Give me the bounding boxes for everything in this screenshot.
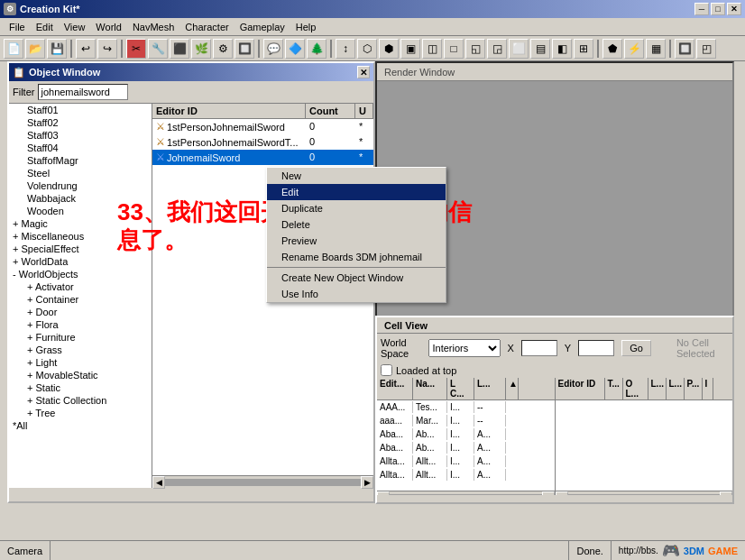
object-window-close[interactable]: ✕ <box>357 66 370 78</box>
cell-rth-l2[interactable]: L... <box>667 378 685 399</box>
toolbar-btn10[interactable]: ↕ <box>336 39 355 59</box>
scroll-track-h[interactable] <box>165 479 361 486</box>
toolbar-btn12[interactable]: ⬢ <box>379 39 399 59</box>
menu-character[interactable]: Character <box>179 20 234 34</box>
list-row-3[interactable]: ⚔ JohnemailSword 0 * <box>152 150 373 165</box>
toolbar-btn4[interactable]: 🌿 <box>191 39 211 59</box>
tree-item-light[interactable]: Light <box>9 356 152 369</box>
toolbar-btn13[interactable]: ▣ <box>400 39 420 59</box>
tree-item-grass[interactable]: Grass <box>9 344 152 356</box>
tree-item-staticcollection[interactable]: Static Collection <box>9 394 152 407</box>
cell-row-2[interactable]: aaa... Mar... I... -- <box>377 414 555 427</box>
ctx-duplicate[interactable]: Duplicate <box>267 200 446 216</box>
tree-item-furniture[interactable]: Furniture <box>9 331 152 344</box>
ctx-create-new[interactable]: Create New Object Window <box>267 270 446 286</box>
toolbar-btn5[interactable]: ⚙ <box>213 39 233 59</box>
ctx-delete[interactable]: Delete <box>267 216 446 233</box>
cell-row-3[interactable]: Aba... Ab... I... A... <box>377 427 555 441</box>
ctx-new[interactable]: New <box>267 168 446 184</box>
toolbar-btn16[interactable]: ◱ <box>465 39 485 59</box>
cell-row-1[interactable]: AAA... Tes... I... -- <box>377 400 555 414</box>
toolbar-redo[interactable]: ↪ <box>97 39 117 59</box>
cell-rth-ol[interactable]: O L... <box>623 378 648 399</box>
toolbar-btn9[interactable]: 🌲 <box>307 39 327 59</box>
cell-th-edit[interactable]: Edit... <box>377 378 413 399</box>
tree-item-steel[interactable]: Steel <box>9 167 152 179</box>
cell-left-scrollbar[interactable]: ◀ ▶ <box>377 491 555 495</box>
toolbar-btn19[interactable]: ▤ <box>530 39 550 59</box>
loaded-at-top-checkbox[interactable] <box>381 364 392 376</box>
world-space-select[interactable]: Interiors Tamriel <box>428 339 501 357</box>
ctx-rename[interactable]: Rename Boards 3DM johnemail <box>267 249 446 265</box>
filter-input[interactable] <box>38 84 128 100</box>
list-row-2[interactable]: ⚔ 1stPersonJohnemailSwordT... 0 * <box>152 134 373 150</box>
toolbar-save[interactable]: 💾 <box>47 39 67 59</box>
scroll-right[interactable]: ▶ <box>361 476 373 489</box>
tree-item-miscellaneous[interactable]: Miscellaneous <box>9 230 152 243</box>
tree-item-wabbajack[interactable]: Wabbajack <box>9 192 152 205</box>
minimize-button[interactable]: ─ <box>694 3 709 15</box>
toolbar-btn6[interactable]: 🔲 <box>235 39 254 59</box>
cell-scroll-left[interactable]: ◀ <box>377 491 390 496</box>
toolbar-new[interactable]: 📄 <box>4 39 23 59</box>
toolbar-btn7[interactable]: 💬 <box>263 39 283 59</box>
tree-item-movablestatic[interactable]: MovableStatic <box>9 369 152 381</box>
cell-row-5[interactable]: Allta... Allt... I... A... <box>377 454 555 468</box>
cell-row-4[interactable]: Aba... Ab... I... A... <box>377 441 555 454</box>
restore-button[interactable]: □ <box>711 3 725 15</box>
tree-item-worlddata[interactable]: WorldData <box>9 255 152 268</box>
tree-item-staff03[interactable]: Staff03 <box>9 129 152 142</box>
cell-scroll-track[interactable] <box>390 494 542 496</box>
cell-rscroll-track[interactable] <box>568 494 721 496</box>
toolbar-btn25[interactable]: 🔲 <box>675 39 694 59</box>
tree-item-door[interactable]: Door <box>9 306 152 318</box>
menu-world[interactable]: World <box>90 20 127 34</box>
tree-item-staff01[interactable]: Staff01 <box>9 104 152 116</box>
toolbar-btn15[interactable]: □ <box>444 39 464 59</box>
menu-gameplay[interactable]: Gameplay <box>235 20 290 34</box>
cell-rth-t[interactable]: T... <box>605 378 623 399</box>
cell-rth-i[interactable]: I <box>703 378 713 399</box>
tree-item-worldobjects[interactable]: WorldObjects <box>9 268 152 280</box>
scroll-left[interactable]: ◀ <box>152 476 165 489</box>
go-button[interactable]: Go <box>621 340 651 356</box>
toolbar-btn11[interactable]: ⬡ <box>357 39 377 59</box>
menu-help[interactable]: Help <box>290 20 322 34</box>
y-input[interactable] <box>578 340 614 356</box>
toolbar-btn2[interactable]: 🔧 <box>148 39 168 59</box>
menu-file[interactable]: File <box>4 20 31 34</box>
col-u[interactable]: U <box>355 104 373 118</box>
cell-row-6[interactable]: Allta... Allt... I... A... <box>377 468 555 482</box>
tree-item-tree[interactable]: Tree <box>9 407 152 419</box>
toolbar-btn14[interactable]: ◫ <box>422 39 442 59</box>
toolbar-cut[interactable]: ✂ <box>126 39 146 59</box>
toolbar-btn23[interactable]: ⚡ <box>624 39 644 59</box>
tree-item-wooden[interactable]: Wooden <box>9 205 152 217</box>
close-button[interactable]: ✕ <box>727 3 741 15</box>
tree-item-magic[interactable]: Magic <box>9 217 152 230</box>
toolbar-btn3[interactable]: ⬛ <box>170 39 189 59</box>
toolbar-undo[interactable]: ↩ <box>76 39 96 59</box>
cell-rth-l[interactable]: L... <box>648 378 667 399</box>
toolbar-btn20[interactable]: ◧ <box>552 39 572 59</box>
tree-item-flora[interactable]: Flora <box>9 318 152 331</box>
tree-item-container[interactable]: Container <box>9 293 152 306</box>
tree-item-staff04[interactable]: Staff04 <box>9 142 152 154</box>
tree-item-volendrung[interactable]: Volendrung <box>9 179 152 192</box>
tree-item-all[interactable]: *All <box>9 419 152 432</box>
tree-item-specialeffect[interactable]: SpecialEffect <box>9 243 152 255</box>
toolbar-btn8[interactable]: 🔷 <box>285 39 305 59</box>
cell-rscroll-left[interactable]: ◀ <box>556 491 568 496</box>
toolbar-btn26[interactable]: ◰ <box>696 39 716 59</box>
cell-rscroll-right[interactable]: ▶ <box>720 491 732 496</box>
cell-th-scroll[interactable]: ▲ <box>506 378 519 399</box>
list-scrollbar-h[interactable]: ◀ ▶ <box>152 475 373 488</box>
cell-rth-p[interactable]: P... <box>685 378 703 399</box>
cell-right-scrollbar[interactable]: ◀ ▶ <box>556 491 733 495</box>
cell-rth-editorid[interactable]: Editor ID <box>556 378 605 399</box>
tree-item-staff02[interactable]: Staff02 <box>9 116 152 129</box>
x-input[interactable] <box>521 340 557 356</box>
tree-item-staffofmagr[interactable]: StaffofMagr <box>9 154 152 167</box>
toolbar-btn24[interactable]: ▦ <box>646 39 666 59</box>
cell-th-lc[interactable]: L C... <box>447 378 474 399</box>
